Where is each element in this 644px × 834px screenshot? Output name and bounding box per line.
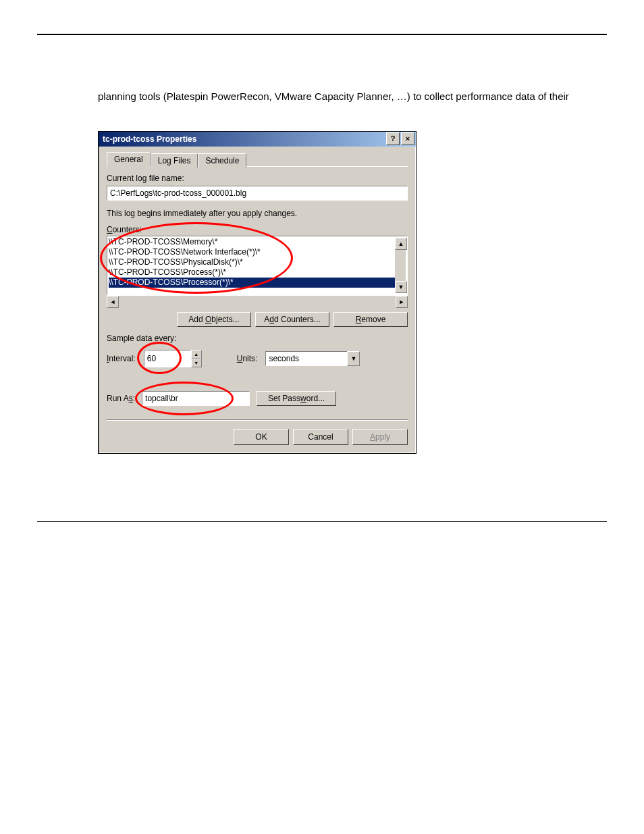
list-item[interactable]: \\TC-PROD-TCOSS\Process(*)\*	[109, 267, 406, 278]
set-password-button[interactable]: Set Password...	[257, 391, 336, 406]
units-value: seconds	[265, 351, 347, 366]
interval-label: Interval:	[107, 354, 136, 363]
add-counters-button[interactable]: Add Counters...	[255, 312, 329, 327]
spinner-down-icon[interactable]: ▼	[191, 359, 202, 367]
run-as-label: Run As:	[107, 394, 135, 403]
tab-strip: General Log Files Schedule	[107, 152, 408, 167]
close-icon[interactable]: ×	[401, 132, 414, 145]
units-dropdown[interactable]: seconds ▼	[265, 351, 360, 366]
scroll-up-icon[interactable]: ▲	[395, 238, 407, 250]
apply-button[interactable]: Apply	[352, 429, 408, 445]
counters-label: Counters:	[107, 225, 408, 234]
tab-schedule[interactable]: Schedule	[198, 153, 246, 167]
footer-divider	[107, 419, 408, 421]
dialog-footer: OK Cancel Apply	[107, 429, 408, 445]
tab-general[interactable]: General	[107, 152, 151, 167]
list-item-selected[interactable]: \\TC-PROD-TCOSS\Processor(*)\*	[109, 278, 406, 288]
interval-spinner: ▲ ▼	[144, 350, 202, 367]
dialog-titlebar[interactable]: tc-prod-tcoss Properties ? ×	[99, 132, 416, 147]
list-item[interactable]: \\TC-PROD-TCOSS\Memory\*	[109, 237, 406, 247]
current-log-file-label: Current log file name:	[107, 174, 408, 183]
bottom-divider	[37, 521, 607, 522]
vertical-scrollbar[interactable]: ▲ ▼	[395, 238, 406, 293]
remove-button[interactable]: Remove	[333, 312, 408, 327]
list-item[interactable]: \\TC-PROD-TCOSS\Network Interface(*)\*	[109, 247, 406, 257]
tab-log-files[interactable]: Log Files	[151, 153, 198, 167]
help-icon[interactable]: ?	[386, 132, 400, 145]
scroll-right-icon[interactable]: ►	[396, 296, 408, 308]
document-page: planning tools (Platespin PowerRecon, VM…	[0, 0, 644, 549]
units-label: Units:	[237, 354, 258, 363]
horizontal-scrollbar[interactable]: ◄ ►	[107, 295, 408, 307]
apply-note: This log begins immediately after you ap…	[107, 209, 408, 218]
top-divider	[37, 34, 607, 35]
counters-listbox[interactable]: \\TC-PROD-TCOSS\Memory\* \\TC-PROD-TCOSS…	[107, 236, 408, 295]
spinner-up-icon[interactable]: ▲	[191, 350, 202, 359]
run-as-input[interactable]	[142, 391, 250, 406]
scroll-left-icon[interactable]: ◄	[107, 296, 119, 308]
spinner-buttons: ▲ ▼	[191, 350, 202, 367]
properties-dialog: tc-prod-tcoss Properties ? × General Log…	[98, 131, 417, 454]
current-log-file-field[interactable]	[107, 186, 408, 201]
counter-buttons-row: Add Objects... Add Counters... Remove	[107, 312, 408, 327]
dialog-body: General Log Files Schedule Current log f…	[99, 147, 416, 453]
sample-data-label: Sample data every:	[107, 334, 408, 343]
counters-list-content: \\TC-PROD-TCOSS\Memory\* \\TC-PROD-TCOSS…	[107, 236, 407, 288]
titlebar-buttons: ? ×	[386, 132, 414, 145]
scroll-down-icon[interactable]: ▼	[395, 281, 407, 293]
ok-button[interactable]: OK	[234, 429, 289, 445]
add-objects-button[interactable]: Add Objects...	[177, 312, 251, 327]
cancel-button[interactable]: Cancel	[293, 429, 348, 445]
chevron-down-icon[interactable]: ▼	[347, 351, 360, 366]
dialog-title: tc-prod-tcoss Properties	[103, 134, 196, 144]
intro-paragraph: planning tools (Platespin PowerRecon, VM…	[98, 89, 607, 104]
counters-listbox-wrap: \\TC-PROD-TCOSS\Memory\* \\TC-PROD-TCOSS…	[107, 236, 408, 295]
run-as-row: Run As: Set Password...	[107, 391, 408, 406]
interval-input[interactable]	[144, 350, 191, 367]
list-item[interactable]: \\TC-PROD-TCOSS\PhysicalDisk(*)\*	[109, 257, 406, 267]
interval-row: Interval: ▲ ▼ Units: seconds ▼	[107, 350, 408, 367]
